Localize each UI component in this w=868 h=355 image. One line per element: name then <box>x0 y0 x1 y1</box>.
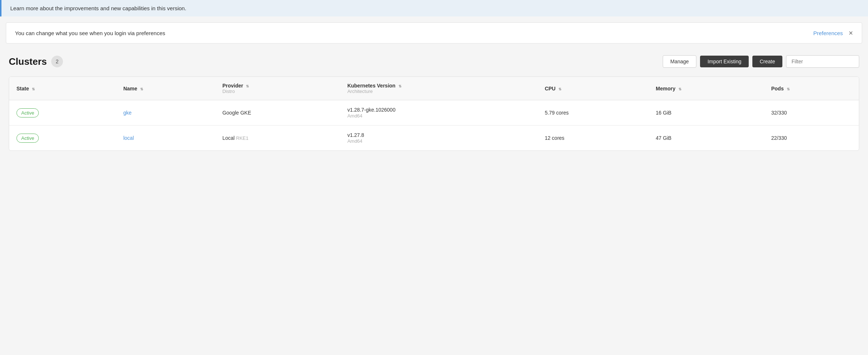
col-provider-sub: Distro <box>222 89 333 94</box>
pods-sort-icon[interactable]: ⇅ <box>787 87 790 91</box>
preferences-link[interactable]: Preferences <box>813 30 843 36</box>
cell-cpu-1: 12 cores <box>538 126 648 151</box>
cell-name-1: local <box>116 126 215 151</box>
cluster-name-link-1[interactable]: local <box>123 135 134 141</box>
memory-sort-icon[interactable]: ⇅ <box>678 87 681 91</box>
cell-k8s-1: v1.27.8 Amd64 <box>340 126 538 151</box>
name-sort-icon[interactable]: ⇅ <box>140 87 143 91</box>
info-banner: Learn more about the improvements and ne… <box>0 0 868 16</box>
provider-main-1: Local <box>222 135 235 141</box>
col-k8s-version: Kubernetes Version ⇅ Architecture <box>340 77 538 100</box>
status-badge-0: Active <box>16 108 39 117</box>
col-pods: Pods ⇅ <box>764 77 859 100</box>
clusters-count: 2 <box>51 56 63 67</box>
k8s-sub-1: Amd64 <box>347 138 362 144</box>
cell-provider-1: Local RKE1 <box>215 126 340 151</box>
status-badge-1: Active <box>16 134 39 143</box>
col-k8s-sub: Architecture <box>347 89 530 94</box>
clusters-title-group: Clusters 2 <box>9 56 63 67</box>
filter-input[interactable] <box>786 55 859 68</box>
cell-memory-1: 47 GiB <box>648 126 764 151</box>
cell-pods-1: 22/330 <box>764 126 859 151</box>
provider-main-0: Google GKE <box>222 110 251 116</box>
col-cpu: CPU ⇅ <box>538 77 648 100</box>
clusters-title: Clusters <box>9 56 47 67</box>
cell-cpu-0: 5.79 cores <box>538 100 648 126</box>
import-existing-button[interactable]: Import Existing <box>700 56 749 67</box>
cell-k8s-0: v1.28.7-gke.1026000 Amd64 <box>340 100 538 126</box>
k8s-main-0: v1.28.7-gke.1026000 <box>347 107 396 113</box>
info-banner-text: Learn more about the improvements and ne… <box>10 5 186 11</box>
cpu-sort-icon[interactable]: ⇅ <box>558 87 561 91</box>
clusters-table: State ⇅ Name ⇅ Provider ⇅ Distro Kuberne… <box>9 77 859 150</box>
col-provider: Provider ⇅ Distro <box>215 77 340 100</box>
k8s-sort-icon[interactable]: ⇅ <box>399 84 401 88</box>
manage-button[interactable]: Manage <box>663 55 697 68</box>
close-button[interactable]: × <box>849 29 853 37</box>
main-content: Clusters 2 Manage Import Existing Create… <box>0 44 868 160</box>
table-row: Active gke Google GKE v1.28.7-gke.102600… <box>9 100 859 126</box>
clusters-table-container: State ⇅ Name ⇅ Provider ⇅ Distro Kuberne… <box>9 76 859 151</box>
col-memory: Memory ⇅ <box>648 77 764 100</box>
login-banner-text: You can change what you see when you log… <box>15 30 165 36</box>
clusters-header: Clusters 2 Manage Import Existing Create <box>9 55 859 68</box>
col-name: Name ⇅ <box>116 77 215 100</box>
cluster-name-link-0[interactable]: gke <box>123 110 132 116</box>
table-header-row: State ⇅ Name ⇅ Provider ⇅ Distro Kuberne… <box>9 77 859 100</box>
cell-name-0: gke <box>116 100 215 126</box>
provider-sub-1: RKE1 <box>236 135 248 141</box>
col-state: State ⇅ <box>9 77 116 100</box>
state-sort-icon[interactable]: ⇅ <box>32 87 35 91</box>
cell-provider-0: Google GKE <box>215 100 340 126</box>
cell-state-1: Active <box>9 126 116 151</box>
provider-sort-icon[interactable]: ⇅ <box>246 84 249 88</box>
cell-pods-0: 32/330 <box>764 100 859 126</box>
k8s-main-1: v1.27.8 <box>347 132 364 138</box>
table-row: Active local Local RKE1 v1.27.8 Amd64 12… <box>9 126 859 151</box>
cell-state-0: Active <box>9 100 116 126</box>
login-banner-actions: Preferences × <box>813 29 853 37</box>
create-button[interactable]: Create <box>752 56 782 67</box>
login-banner: You can change what you see when you log… <box>6 22 862 44</box>
clusters-actions: Manage Import Existing Create <box>663 55 859 68</box>
cell-memory-0: 16 GiB <box>648 100 764 126</box>
k8s-sub-0: Amd64 <box>347 113 362 119</box>
